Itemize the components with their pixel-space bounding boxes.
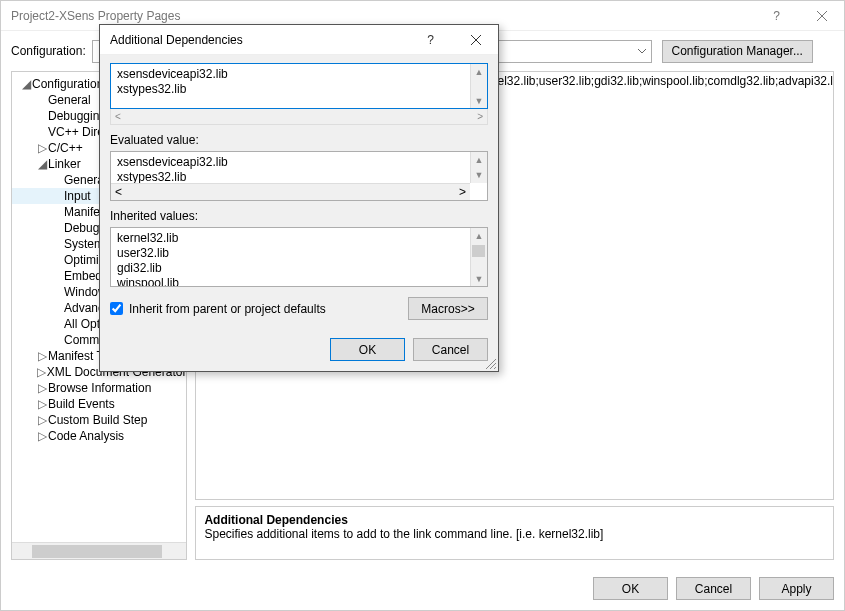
evaluated-value-box: xsensdeviceapi32.lib xstypes32.lib %(Add… [110, 151, 488, 201]
dependencies-textarea[interactable]: xsensdeviceapi32.lib xstypes32.lib ▲ ▼ [110, 63, 488, 109]
scroll-right-icon[interactable]: > [477, 111, 483, 122]
modal-help-button[interactable]: ? [408, 25, 453, 54]
modal-title: Additional Dependencies [110, 33, 408, 47]
scrollbar-thumb[interactable] [472, 245, 485, 257]
modal-titlebar: Additional Dependencies ? [100, 25, 498, 55]
tree-hscrollbar[interactable] [12, 542, 186, 559]
scroll-left-icon[interactable]: < [115, 111, 121, 122]
evaluated-label: Evaluated value: [110, 133, 488, 147]
edit-vscrollbar[interactable]: ▲ ▼ [470, 64, 487, 108]
inherited-line: winspool.lib [117, 276, 481, 287]
expander-icon[interactable]: ▷ [36, 397, 48, 411]
modal-body: xsensdeviceapi32.lib xstypes32.lib ▲ ▼ <… [100, 55, 498, 328]
description-title: Additional Dependencies [204, 513, 825, 527]
macros-button[interactable]: Macros>> [408, 297, 488, 320]
expander-icon[interactable]: ◢ [20, 77, 32, 91]
inherited-vscrollbar[interactable]: ▲ ▼ [470, 228, 487, 286]
scroll-up-icon[interactable]: ▲ [471, 152, 487, 167]
expander-icon[interactable]: ▷ [36, 413, 48, 427]
configuration-label: Configuration: [11, 44, 86, 58]
ok-button[interactable]: OK [593, 577, 668, 600]
apply-button[interactable]: Apply [759, 577, 834, 600]
scroll-right-icon[interactable]: > [459, 185, 466, 199]
help-button[interactable]: ? [754, 1, 799, 30]
configuration-manager-label: Configuration Manager... [672, 44, 803, 58]
parent-window-title: Project2-XSens Property Pages [11, 9, 754, 23]
evaluated-line: xsensdeviceapi32.lib [117, 155, 481, 170]
expander-icon[interactable]: ▷ [36, 365, 47, 379]
scroll-left-icon[interactable]: < [115, 185, 122, 199]
cancel-button[interactable]: Cancel [676, 577, 751, 600]
scrollbar-thumb[interactable] [32, 545, 162, 558]
tree-item[interactable]: ▷Custom Build Step [12, 412, 186, 428]
scroll-up-icon[interactable]: ▲ [471, 228, 487, 243]
edit-hscrollbar[interactable]: < > [110, 108, 488, 125]
inherit-checkbox[interactable] [110, 302, 123, 315]
scroll-down-icon[interactable]: ▼ [471, 93, 487, 108]
expander-icon[interactable]: ▷ [36, 429, 48, 443]
chevron-down-icon [637, 45, 647, 59]
tree-item[interactable]: ▷Code Analysis [12, 428, 186, 444]
bottom-button-row: OK Cancel Apply [593, 577, 834, 600]
svg-line-6 [494, 367, 496, 369]
close-button[interactable] [799, 1, 844, 30]
evaluated-vscrollbar[interactable]: ▲ ▼ [470, 152, 487, 183]
expander-icon[interactable]: ▷ [36, 141, 48, 155]
modal-ok-button[interactable]: OK [330, 338, 405, 361]
resize-grip[interactable] [483, 356, 497, 370]
inherited-line: kernel32.lib [117, 231, 481, 246]
inherited-values-box: kernel32.lib user32.lib gdi32.lib winspo… [110, 227, 488, 287]
expander-icon[interactable]: ◢ [36, 157, 48, 171]
inherited-label: Inherited values: [110, 209, 488, 223]
configuration-manager-button[interactable]: Configuration Manager... [662, 40, 813, 63]
expander-icon[interactable]: ▷ [36, 381, 48, 395]
description-text: Specifies additional items to add to the… [204, 527, 825, 541]
description-box: Additional Dependencies Specifies additi… [195, 506, 834, 560]
inherit-checkbox-row: Inherit from parent or project defaults … [110, 297, 488, 320]
expander-icon[interactable]: ▷ [36, 349, 48, 363]
tree-item[interactable]: ▷Build Events [12, 396, 186, 412]
modal-button-row: OK Cancel [100, 328, 498, 371]
inherited-line: user32.lib [117, 246, 481, 261]
evaluated-hscrollbar[interactable]: < > [111, 183, 470, 200]
modal-close-button[interactable] [453, 25, 498, 54]
scroll-down-icon[interactable]: ▼ [471, 167, 487, 182]
inherited-line: gdi32.lib [117, 261, 481, 276]
scroll-down-icon[interactable]: ▼ [471, 271, 487, 286]
modal-cancel-button[interactable]: Cancel [413, 338, 488, 361]
tree-item[interactable]: ▷Browse Information [12, 380, 186, 396]
additional-dependencies-dialog: Additional Dependencies ? xsensdeviceapi… [99, 24, 499, 372]
edit-line: xsensdeviceapi32.lib [117, 67, 481, 82]
edit-line: xstypes32.lib [117, 82, 481, 97]
scroll-up-icon[interactable]: ▲ [471, 64, 487, 79]
inherit-checkbox-label: Inherit from parent or project defaults [129, 302, 326, 316]
